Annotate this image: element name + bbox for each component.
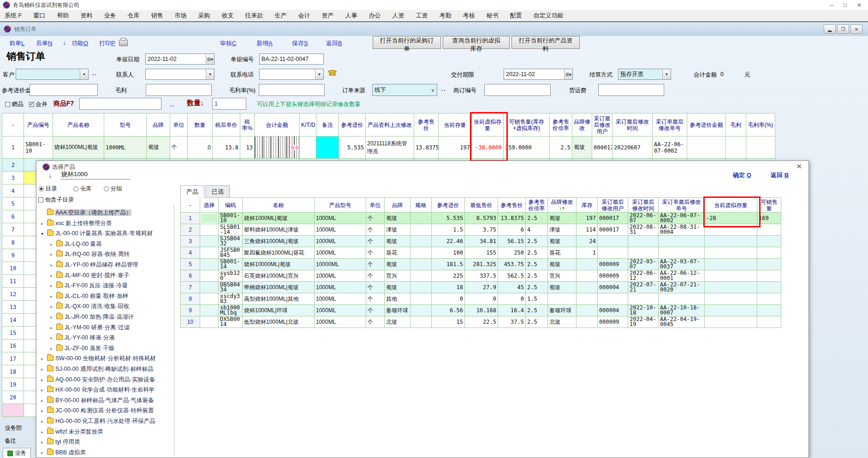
grid-cell[interactable]: 个 bbox=[170, 137, 188, 159]
grid-cell[interactable]: 10 bbox=[181, 316, 200, 328]
grid-cell[interactable] bbox=[200, 224, 219, 236]
grid-cell[interactable]: 6 bbox=[498, 224, 526, 236]
save-button[interactable]: 保存S bbox=[292, 39, 308, 48]
grid-cell[interactable]: SB001-10 bbox=[219, 213, 243, 224]
table-row[interactable]: 1SB001-10烧杯1000ML|蜀玻1000ML个蜀玻5.5358.5793… bbox=[181, 213, 781, 224]
column-header[interactable]: 参考售价倍率 bbox=[550, 113, 572, 137]
prev-doc-button[interactable]: 前单L bbox=[9, 39, 24, 48]
grid-cell[interactable]: DXSB0014 bbox=[219, 316, 243, 328]
grid-cell[interactable]: 带柄烧杯1000ML|蜀玻 bbox=[243, 282, 315, 293]
grid-cell[interactable]: JSFSB0845 bbox=[219, 247, 243, 259]
grid-cell[interactable] bbox=[757, 259, 781, 270]
grid-cell[interactable] bbox=[2, 404, 24, 417]
grid-cell[interactable]: 22.5 bbox=[465, 316, 498, 328]
grid-cell[interactable] bbox=[757, 247, 781, 259]
grid-cell[interactable]: 烧杯1000ML|环球 bbox=[243, 305, 315, 316]
grid-cell[interactable] bbox=[687, 137, 726, 159]
grid-cell[interactable]: 2022-08-31 bbox=[628, 224, 659, 236]
grid-cell[interactable]: 4 bbox=[526, 224, 548, 236]
grid-cell[interactable]: 7 bbox=[181, 282, 200, 293]
expand-arrow-icon[interactable]: ▸ bbox=[41, 429, 47, 434]
grid-cell[interactable]: 45 bbox=[498, 282, 526, 293]
doc-restore-icon[interactable]: ❒ bbox=[837, 24, 849, 34]
grid-cell[interactable]: 000009 bbox=[598, 259, 628, 270]
grid-cell[interactable]: 13.8375 bbox=[414, 137, 439, 159]
menu-item[interactable]: 仓库 bbox=[128, 12, 140, 20]
return-button[interactable]: 返回B bbox=[326, 39, 342, 48]
column-header[interactable]: 可销售量 bbox=[757, 198, 781, 213]
new-button[interactable]: 新增A bbox=[256, 39, 273, 48]
column-header[interactable]: 税率% bbox=[240, 113, 255, 137]
grid-cell[interactable]: 13.8 bbox=[213, 137, 240, 159]
chevron-down-icon[interactable]: ▼ bbox=[662, 69, 671, 79]
grid-cell[interactable] bbox=[200, 282, 219, 293]
grid-cell[interactable]: 蜀玻 bbox=[385, 213, 410, 224]
column-header[interactable]: 可销售量(库存+虚拟库存) bbox=[504, 113, 550, 137]
grid-cell[interactable] bbox=[746, 137, 775, 159]
table-row[interactable]: 6sysb120石英烧杯1000ML|宜兴1000ML个宜兴225337.556… bbox=[181, 270, 781, 282]
column-header[interactable]: 产品资料上次修改 bbox=[366, 113, 414, 137]
calendar-icon[interactable]: ⊞▾ bbox=[564, 69, 572, 79]
column-header[interactable]: 参考售价 bbox=[414, 113, 439, 137]
expand-arrow-icon[interactable]: ▸ bbox=[50, 242, 56, 247]
grid-cell[interactable]: 250 bbox=[498, 247, 526, 259]
grid-cell[interactable]: 14 bbox=[2, 314, 24, 327]
grid-cell[interactable] bbox=[628, 293, 659, 305]
grid-cell[interactable] bbox=[628, 247, 659, 259]
grid-cell[interactable]: 18 bbox=[2, 365, 24, 378]
grid-cell[interactable] bbox=[200, 305, 219, 316]
tree-node[interactable]: ▸JL-RQ-00 容器·收纳·周转 bbox=[50, 250, 130, 261]
grid-cell[interactable]: 34.81 bbox=[465, 236, 498, 247]
doc-no-field[interactable]: BA-22-11-02-0047 bbox=[259, 54, 324, 65]
column-header[interactable]: 库存 bbox=[577, 198, 598, 213]
grid-cell[interactable]: 津玻 bbox=[385, 224, 410, 236]
column-header[interactable]: 品牌修改1▼ bbox=[548, 198, 577, 213]
freight-field[interactable] bbox=[598, 84, 664, 96]
grid-cell[interactable]: 葵花 bbox=[385, 247, 410, 259]
grid-cell[interactable]: 6 bbox=[2, 210, 24, 223]
column-header[interactable]: 最低售价 bbox=[465, 198, 498, 213]
grid-cell[interactable]: 5.535 bbox=[339, 137, 366, 159]
grid-cell[interactable]: AA-22-07-21-0020 bbox=[659, 282, 705, 293]
virtual-stock-cell[interactable] bbox=[705, 305, 757, 316]
grid-cell[interactable]: 6 bbox=[181, 270, 200, 282]
expand-arrow-icon[interactable]: ▸ bbox=[41, 387, 47, 393]
tree-node[interactable]: AAA 空目录（请勿上传产品） bbox=[41, 209, 131, 219]
tree-node[interactable]: ▸JL-YM-00 研磨·分离·过滤 bbox=[50, 324, 130, 334]
column-header[interactable]: 参考进价金额 bbox=[687, 113, 726, 137]
tree-node[interactable]: ▸AQ-00-00 安全防护·办公用品·实验设备 bbox=[41, 376, 155, 386]
grid-cell[interactable] bbox=[410, 305, 432, 316]
grid-cell[interactable]: 2.5 bbox=[526, 270, 548, 282]
grid-cell[interactable] bbox=[410, 213, 432, 224]
grid-cell[interactable]: SLSB01-14 bbox=[219, 224, 243, 236]
column-header[interactable]: 采订最后修改时间 bbox=[612, 113, 653, 137]
grid-cell[interactable]: 姜堰环球 bbox=[548, 305, 577, 316]
product-lookup-dots[interactable]: .. bbox=[170, 101, 175, 108]
grid-cell[interactable]: 宜兴 bbox=[548, 270, 577, 282]
grid-cell[interactable]: 11 bbox=[2, 275, 24, 288]
chevron-down-icon[interactable]: ▼ bbox=[315, 69, 323, 79]
column-header[interactable]: 采订最后修改用户 bbox=[592, 113, 612, 137]
grid-cell[interactable] bbox=[577, 293, 598, 305]
tree-node[interactable]: ▸JL-QX-00 清洗·收集·回收 bbox=[50, 303, 129, 313]
grid-cell[interactable] bbox=[577, 305, 598, 316]
grid-cell[interactable] bbox=[316, 137, 339, 159]
column-header[interactable]: 单位 bbox=[170, 113, 188, 137]
grid-cell[interactable]: 3.75 bbox=[465, 224, 498, 236]
menu-item[interactable]: 窗口 bbox=[34, 12, 46, 20]
grid-cell[interactable]: 562.5 bbox=[498, 270, 526, 282]
table-row[interactable]: 2SLSB01-14塑料烧杯1000ML|津玻1000ML个津玻1.53.756… bbox=[181, 224, 781, 236]
grid-cell[interactable]: 4 bbox=[181, 247, 200, 259]
grid-cell[interactable]: 2.5 bbox=[526, 316, 548, 328]
tree-node[interactable]: ▾JL-00-00 计量器具·实验器具·常规耗材 bbox=[41, 230, 153, 240]
product-select-table[interactable]: -选择编码名称产品型号单位品牌规格参考进价最低售价参考售价参考售价倍率品牌修改1… bbox=[180, 197, 781, 328]
grid-cell[interactable]: 0 bbox=[432, 293, 465, 305]
grid-cell[interactable]: 16 bbox=[2, 339, 24, 352]
grid-cell[interactable]: 24 bbox=[577, 236, 598, 247]
menu-item[interactable]: 人事 bbox=[345, 12, 357, 20]
grid-cell[interactable] bbox=[628, 236, 659, 247]
grid-cell[interactable] bbox=[410, 282, 432, 293]
query-virtual-stock-button[interactable]: 查询当前行的虚拟库存 bbox=[443, 36, 510, 49]
grid-cell[interactable]: 000017 bbox=[598, 213, 628, 224]
tree-node[interactable]: ▸JL-ZF-00 蒸发·干燥 bbox=[50, 345, 114, 355]
